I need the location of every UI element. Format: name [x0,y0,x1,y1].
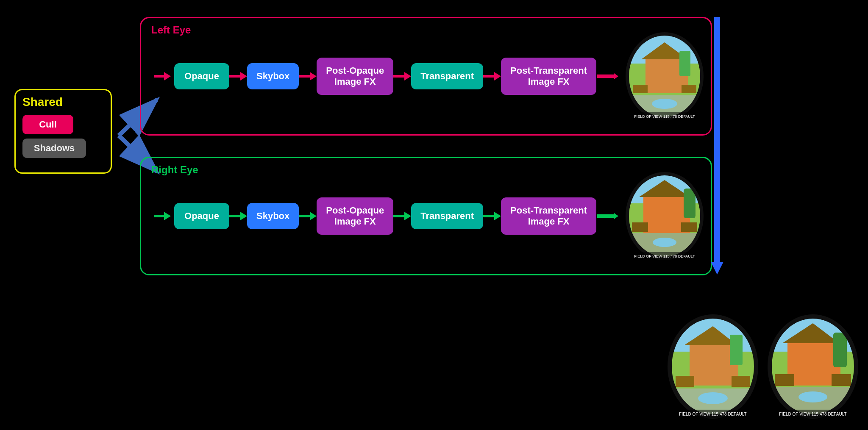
svg-text:FIELD OF VIEW   115.478   DEFA: FIELD OF VIEW 115.478 DEFAULT [679,412,746,416]
svg-point-11 [652,99,677,109]
combined-output: FIELD OF VIEW 115.478 DEFAULT FIELD OF V… [666,311,860,422]
right-eye-label: Right Eye [151,164,198,176]
right-eye-preview: FIELD OF VIEW 115.478 DEFAULT [624,169,705,263]
svg-rect-12 [633,85,648,93]
svg-rect-31 [714,157,720,263]
right-eye-post-transparent-stage[interactable]: Post-Transparent Image FX [501,197,596,235]
svg-rect-39 [730,335,743,365]
left-eye-box: Left Eye Opaque Skybox Post-Opaque Image… [140,17,712,136]
svg-text:FIELD OF VIEW   115.478   DEFA: FIELD OF VIEW 115.478 DEFAULT [634,254,695,258]
left-eye-post-transparent-stage[interactable]: Post-Transparent Image FX [501,58,596,95]
svg-rect-23 [684,189,696,218]
left-eye-label: Left Eye [151,24,191,36]
cull-button[interactable]: Cull [22,115,73,134]
left-eye-skybox-stage[interactable]: Skybox [247,63,299,89]
right-eye-transparent-stage[interactable]: Transparent [411,203,483,229]
svg-point-41 [698,392,728,404]
left-eye-opaque-stage[interactable]: Opaque [174,63,229,89]
svg-rect-26 [632,222,648,232]
right-eye-opaque-stage[interactable]: Opaque [174,203,229,229]
svg-marker-33 [711,262,723,275]
shared-title: Shared [22,95,104,109]
right-eye-post-opaque-stage[interactable]: Post-Opaque Image FX [317,197,393,235]
svg-rect-55 [775,374,794,386]
shadows-button[interactable]: Shadows [22,139,86,158]
svg-rect-27 [681,222,697,232]
svg-rect-17 [714,17,720,161]
left-eye-transparent-stage[interactable]: Transparent [411,63,483,89]
svg-point-54 [798,391,827,402]
right-eye-box: Right Eye Opaque Skybox Post-Opaque Imag… [140,157,712,275]
svg-text:FIELD OF VIEW   115.478   DEFA: FIELD OF VIEW 115.478 DEFAULT [779,412,846,416]
shared-box: Shared Cull Shadows [14,89,112,174]
svg-rect-52 [833,333,847,367]
right-eye-skybox-stage[interactable]: Skybox [247,203,299,229]
svg-text:FIELD OF VIEW   115.478   DEFA: FIELD OF VIEW 115.478 DEFAULT [634,114,695,119]
svg-rect-9 [679,51,690,76]
left-eye-pipeline: Opaque Skybox Post-Opaque Image FX Trans… [154,58,618,95]
combined-right-lens: FIELD OF VIEW 115.478 DEFAULT [766,311,860,422]
right-eye-pipeline: Opaque Skybox Post-Opaque Image FX Trans… [154,197,618,235]
combined-left-lens: FIELD OF VIEW 115.478 DEFAULT [666,311,760,422]
svg-rect-43 [732,376,750,387]
svg-marker-32 [712,263,720,271]
svg-point-25 [653,238,676,247]
svg-rect-42 [676,376,694,387]
left-eye-preview: FIELD OF VIEW 115.478 DEFAULT [624,30,705,123]
svg-rect-13 [682,85,696,93]
svg-rect-56 [832,374,851,386]
left-eye-post-opaque-stage[interactable]: Post-Opaque Image FX [317,58,393,95]
